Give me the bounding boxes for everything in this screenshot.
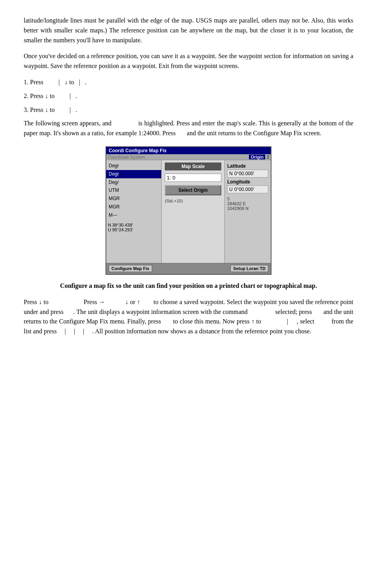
list-item-3-pipe: |	[58, 105, 71, 115]
select-origin-button[interactable]: Select Origin	[165, 185, 221, 195]
list-item-3-num: 3. Press ↓ to	[24, 105, 55, 115]
right-coord-1: 5	[227, 197, 268, 201]
list-item-2-dot: .	[74, 91, 77, 101]
page-num: 2	[267, 155, 269, 159]
screen-bottom-bar: Configure Map Fix Setup Loran TD	[106, 263, 271, 274]
screen-right-panel: Latitude N 0°00.000' Longitude U 0°00.00…	[225, 160, 271, 263]
coord-system-label: Coordinate System	[108, 155, 145, 159]
lat-section: Latitude N 0°00.000' Longitude U 0°00.00…	[227, 162, 268, 195]
list-item-3: 3. Press ↓ to | .	[24, 105, 353, 115]
right-coord-3: 1042908 N	[227, 206, 268, 211]
screen-title-text: Coordi Configure Map Fix	[109, 148, 167, 153]
list-item-3-dot: .	[74, 105, 77, 115]
screen-middle-panel: Map Scale 1: 0 Select Origin (Std.+10)	[162, 160, 225, 263]
device-screen: Coordi Configure Map Fix Coordinate Syst…	[106, 146, 271, 275]
left-item-mgr1: MGR	[106, 195, 161, 203]
map-scale-label: Map Scale	[165, 163, 221, 170]
right-coords: 5 284632 E 1042908 N	[227, 197, 268, 211]
list-item-1-pipe1: |	[58, 78, 60, 87]
screen-caption: Configure a map fix so the unit can find…	[24, 281, 353, 291]
longitude-label: Longitude	[227, 179, 268, 185]
longitude-value: U 0°00.000'	[227, 185, 268, 193]
paragraph-2: Once you've decided on a reference posit…	[24, 51, 353, 71]
left-item-degr1: Degr	[106, 162, 161, 170]
list-item-1: 1. Press | ↓ to | .	[24, 78, 353, 87]
paragraph-bottom: Press ↓ to Press → ↓ or ↑ to choose a sa…	[24, 297, 353, 337]
left-item-degmin: Deg/	[106, 178, 161, 187]
lon-val: 0°00.000'	[234, 187, 254, 192]
map-scale-input: 1: 0	[165, 174, 221, 182]
screen-left-panel: Degr Degr Deg/ UTM MGR MGR M--- N 38°30.…	[106, 160, 162, 263]
right-coord-2: 284632 E	[227, 201, 268, 206]
latitude-value: N 0°00.000'	[227, 170, 268, 178]
left-item-misc: M---	[106, 211, 161, 219]
list-item-2-num: 2. Press ↓ to	[24, 91, 55, 101]
list-item-1-dot: .	[83, 78, 87, 87]
list-item-1-pipe2: |	[79, 78, 80, 87]
coord-n: N 38°30.438'	[108, 223, 160, 227]
lat-dir: N	[229, 171, 233, 176]
lat-val: 0°00.000'	[234, 171, 254, 176]
list-item-1-num: 1. Press	[24, 78, 55, 87]
bottom-left-button[interactable]: Configure Map Fix	[109, 265, 152, 272]
list-item-1-arrow: ↓ to	[63, 78, 75, 87]
list-item-2-pipe: |	[58, 91, 71, 101]
bottom-right-button[interactable]: Setup Loran TD	[230, 265, 268, 272]
mgrs-label: (Std.+10)	[165, 199, 221, 203]
left-item-utm: UTM	[106, 186, 161, 195]
screen-title-bar: Coordi Configure Map Fix	[106, 147, 271, 154]
coord-u: U 95°24.293'	[108, 227, 160, 232]
lon-dir: U	[229, 187, 233, 192]
paragraph-1: latitude/longitude lines must be paralle…	[24, 16, 353, 45]
latitude-label: Latitude	[227, 163, 268, 169]
left-item-degr2: Degr	[106, 170, 161, 178]
origin-label-header: Origin	[249, 155, 265, 159]
paragraph-3: The following screen appears, and is hig…	[24, 119, 353, 138]
list-item-2: 2. Press ↓ to | .	[24, 91, 353, 101]
left-item-mgr2: MGR	[106, 203, 161, 211]
device-screen-container: Coordi Configure Map Fix Coordinate Syst…	[24, 146, 353, 275]
